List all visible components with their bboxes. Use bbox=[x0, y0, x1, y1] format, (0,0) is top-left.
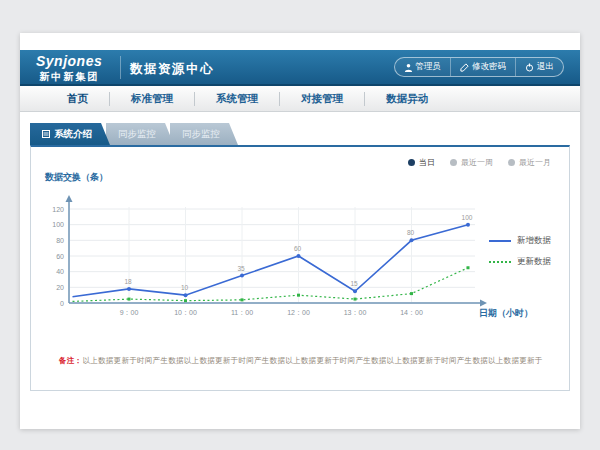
legend-updated-data-label: 更新数据 bbox=[517, 256, 551, 268]
svg-text:100: 100 bbox=[52, 221, 64, 228]
app-header: Synjones 新中新集团 数据资源中心 管理员 修改密码 bbox=[20, 50, 580, 86]
svg-text:60: 60 bbox=[56, 253, 64, 260]
app-window: Synjones 新中新集团 数据资源中心 管理员 修改密码 bbox=[20, 33, 580, 429]
filter-last-week-label: 最近一周 bbox=[461, 157, 493, 168]
change-password-button[interactable]: 修改密码 bbox=[450, 58, 515, 76]
user-actions-group: 管理员 修改密码 退出 bbox=[394, 57, 565, 77]
svg-text:11：00: 11：00 bbox=[231, 309, 253, 316]
dotted-line-icon bbox=[489, 261, 511, 263]
nav-item-standard-mgmt[interactable]: 标准管理 bbox=[109, 92, 194, 106]
nav-item-home[interactable]: 首页 bbox=[46, 92, 109, 106]
svg-text:10：00: 10：00 bbox=[174, 309, 197, 316]
svg-text:100: 100 bbox=[462, 214, 473, 221]
svg-text:14：00: 14：00 bbox=[400, 309, 423, 316]
radio-unselected-icon bbox=[508, 159, 515, 166]
legend-new-data-label: 新增数据 bbox=[517, 235, 551, 247]
legend-item-new-data: 新增数据 bbox=[489, 235, 551, 247]
svg-text:15: 15 bbox=[350, 280, 358, 287]
svg-text:120: 120 bbox=[52, 206, 64, 213]
svg-text:0: 0 bbox=[60, 300, 64, 307]
nav-item-data-change[interactable]: 数据异动 bbox=[364, 92, 449, 106]
filter-last-month[interactable]: 最近一月 bbox=[508, 157, 551, 168]
footnote-text: 以上数据更新于时间产生数据以上数据更新于时间产生数据以上数据更新于时间产生数据以… bbox=[82, 356, 542, 365]
filter-last-month-label: 最近一月 bbox=[519, 157, 551, 168]
svg-text:80: 80 bbox=[407, 229, 415, 236]
svg-text:18: 18 bbox=[124, 278, 132, 285]
chart-panel: 当日 最近一周 最近一月 数据交换（条） 0204060801001209：00… bbox=[30, 145, 570, 391]
svg-text:9：00: 9：00 bbox=[120, 309, 139, 316]
main-nav: 首页 标准管理 系统管理 对接管理 数据异动 bbox=[20, 86, 580, 112]
admin-user-button[interactable]: 管理员 bbox=[395, 58, 451, 76]
tab-sync-monitor-1[interactable]: 同步监控 bbox=[106, 123, 174, 145]
tab-bar: 系统介绍 同步监控 同步监控 bbox=[30, 123, 234, 145]
tab-system-intro-label: 系统介绍 bbox=[54, 128, 92, 141]
y-axis-title: 数据交换（条） bbox=[45, 171, 108, 184]
footnote-label: 备注： bbox=[59, 356, 82, 365]
solid-line-icon bbox=[489, 240, 511, 242]
svg-text:80: 80 bbox=[56, 237, 64, 244]
svg-text:20: 20 bbox=[56, 284, 64, 291]
nav-item-system-mgmt[interactable]: 系统管理 bbox=[194, 92, 279, 106]
document-icon bbox=[42, 130, 50, 138]
svg-text:13：00: 13：00 bbox=[344, 309, 367, 316]
tab-sync-monitor-1-label: 同步监控 bbox=[118, 128, 156, 141]
radio-unselected-icon bbox=[450, 159, 457, 166]
logout-icon bbox=[525, 63, 534, 72]
filter-today[interactable]: 当日 bbox=[408, 157, 435, 168]
time-range-filters: 当日 最近一周 最近一月 bbox=[408, 157, 551, 168]
user-icon bbox=[404, 63, 413, 72]
tab-sync-monitor-2-label: 同步监控 bbox=[182, 128, 220, 141]
filter-today-label: 当日 bbox=[419, 157, 435, 168]
change-password-label: 修改密码 bbox=[472, 61, 506, 73]
svg-text:40: 40 bbox=[56, 268, 64, 275]
line-chart: 0204060801001209：0010：0011：0012：0013：001… bbox=[49, 187, 499, 337]
admin-user-label: 管理员 bbox=[416, 61, 442, 73]
company-logo: Synjones 新中新集团 bbox=[36, 53, 102, 84]
legend-item-updated-data: 更新数据 bbox=[489, 256, 551, 268]
chart-legend: 新增数据 更新数据 bbox=[489, 235, 551, 268]
radio-selected-icon bbox=[408, 159, 415, 166]
tab-system-intro[interactable]: 系统介绍 bbox=[30, 123, 110, 145]
logout-label: 退出 bbox=[537, 61, 554, 73]
filter-last-week[interactable]: 最近一周 bbox=[450, 157, 493, 168]
svg-text:12：00: 12：00 bbox=[287, 309, 310, 316]
header-divider bbox=[120, 56, 121, 79]
tab-sync-monitor-2[interactable]: 同步监控 bbox=[170, 123, 238, 145]
svg-text:60: 60 bbox=[294, 245, 302, 252]
page-title: 数据资源中心 bbox=[130, 61, 214, 78]
svg-text:35: 35 bbox=[237, 265, 245, 272]
x-axis-title: 日期（小时） bbox=[479, 307, 533, 320]
footnote: 备注：以上数据更新于时间产生数据以上数据更新于时间产生数据以上数据更新于时间产生… bbox=[59, 356, 554, 367]
svg-text:10: 10 bbox=[181, 284, 189, 291]
logo-brand-text: Synjones bbox=[36, 53, 102, 69]
logout-button[interactable]: 退出 bbox=[515, 58, 563, 76]
nav-item-interface-mgmt[interactable]: 对接管理 bbox=[279, 92, 364, 106]
edit-icon bbox=[460, 63, 469, 72]
logo-company-text: 新中新集团 bbox=[36, 70, 102, 84]
